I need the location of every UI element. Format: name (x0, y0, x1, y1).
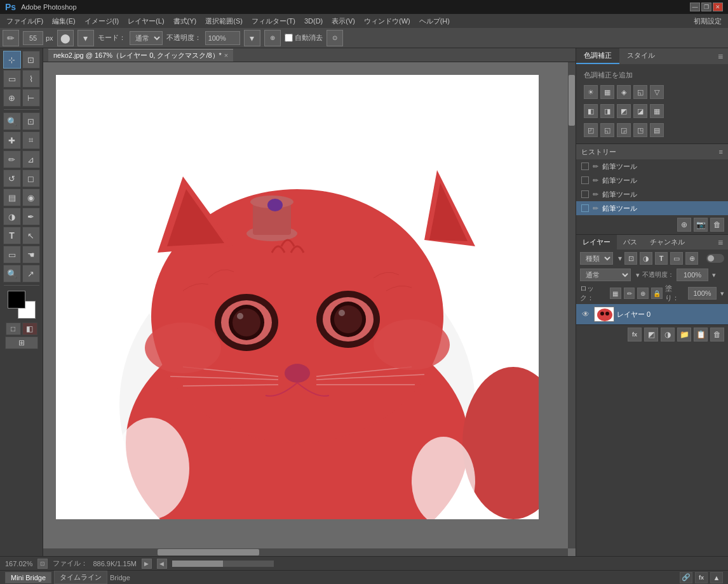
brush-options-icon[interactable]: ▾ (78, 30, 94, 46)
curves-icon[interactable]: ◈ (617, 85, 631, 99)
tab-timeline[interactable]: タイムライン (54, 571, 107, 584)
lock-all-btn[interactable]: 🔒 (651, 288, 663, 299)
blend-mode-select[interactable]: 通常 (580, 269, 631, 281)
menu-help[interactable]: ヘルプ(H) (415, 15, 454, 27)
quick-mask-btn[interactable]: ◧ (22, 322, 37, 335)
color-lookup-icon[interactable]: ◰ (584, 123, 598, 137)
patch-tool[interactable]: ⌗ (22, 131, 40, 149)
shape-tool[interactable]: ▭ (3, 246, 21, 263)
restore-button[interactable]: ❐ (701, 3, 711, 11)
horizontal-scrollbar-thumb[interactable] (158, 549, 259, 555)
menu-window[interactable]: ウィンドウ(W) (360, 15, 414, 27)
crop-tool[interactable]: ⊢ (22, 89, 40, 107)
brush-size-input[interactable] (23, 31, 43, 45)
document-tab-close[interactable]: × (224, 51, 228, 59)
pencil-tool-icon[interactable]: ✏ (3, 30, 19, 46)
play-btn[interactable]: ▶ (142, 559, 152, 569)
hand-tool[interactable]: ☚ (22, 246, 40, 263)
fill-arrow[interactable]: ▾ (720, 289, 724, 298)
new-group-btn[interactable]: 📁 (677, 328, 691, 342)
menu-view[interactable]: 表示(V) (328, 15, 359, 27)
fill-value-input[interactable] (688, 287, 717, 300)
progress-bar[interactable] (172, 561, 274, 567)
history-item-1[interactable]: ✏ 鉛筆ツール (576, 173, 728, 187)
hue-sat-icon[interactable]: ◧ (584, 104, 598, 118)
layer-mask-btn[interactable]: ◩ (644, 328, 658, 342)
opacity-options-icon[interactable]: ▾ (244, 30, 260, 46)
fx-icon-btn[interactable]: fx (695, 572, 708, 583)
blur-tool[interactable]: ◉ (22, 189, 40, 206)
horizontal-scrollbar[interactable] (43, 548, 568, 556)
path-select-tool[interactable]: ↖ (22, 227, 40, 244)
settings-button[interactable]: 初期設定 (690, 15, 725, 27)
healing-brush-tool[interactable]: ✚ (3, 131, 21, 149)
filter-toggle[interactable] (706, 254, 724, 263)
invert-icon[interactable]: ◱ (600, 123, 614, 137)
menu-edit[interactable]: 編集(E) (48, 15, 79, 27)
filter-adjustment-icon[interactable]: ◑ (640, 252, 652, 265)
brightness-icon[interactable]: ☀ (584, 85, 598, 99)
minimize-button[interactable]: — (690, 3, 700, 11)
new-layer-btn[interactable]: 📋 (694, 328, 708, 342)
artboard-tool[interactable]: ⊡ (22, 51, 40, 69)
history-item-3[interactable]: ✏ 鉛筆ツール (576, 201, 728, 215)
menu-file[interactable]: ファイル(F) (3, 15, 47, 27)
color-sample-tool[interactable]: ⊡ (22, 112, 40, 130)
rect-select-tool[interactable]: ▭ (3, 70, 21, 88)
history-menu-icon[interactable]: ≡ (719, 148, 723, 156)
vertical-scrollbar-thumb[interactable] (569, 75, 575, 126)
gradient-tool[interactable]: ▤ (3, 189, 21, 206)
history-checkbox-0[interactable] (581, 163, 589, 170)
color-balance-icon[interactable]: ◨ (600, 104, 614, 118)
delete-state-btn[interactable]: 🗑 (710, 218, 724, 232)
lasso-tool[interactable]: ⌇ (22, 70, 40, 88)
new-snapshot-btn[interactable]: ⊕ (677, 218, 691, 232)
quick-select-tool[interactable]: ⊕ (3, 89, 21, 107)
filter-type-icon[interactable]: T (655, 252, 668, 265)
photo-filter-icon[interactable]: ◪ (633, 104, 647, 118)
chain-icon-btn[interactable]: 🔗 (680, 572, 692, 583)
layers-menu-icon[interactable]: ≡ (715, 237, 725, 248)
screen-mode-btn[interactable]: ⊞ (5, 336, 38, 349)
foreground-color-box[interactable] (8, 291, 25, 309)
pressure-opacity-icon[interactable]: ⊕ (264, 30, 281, 46)
prev-btn[interactable]: ◀ (157, 559, 167, 569)
eyedropper-tool[interactable]: 🔍 (3, 112, 21, 130)
adjustment-layer-btn[interactable]: ◑ (661, 328, 675, 342)
clone-stamp-tool[interactable]: ⊿ (22, 150, 40, 168)
posterize-icon[interactable]: ◲ (617, 123, 631, 137)
close-button[interactable]: ✕ (713, 3, 723, 11)
lock-transparent-btn[interactable]: ▦ (610, 288, 621, 299)
delete-layer-btn[interactable]: 🗑 (710, 328, 724, 342)
threshold-icon[interactable]: ◳ (633, 123, 647, 137)
history-brush-tool[interactable]: ↺ (3, 169, 21, 187)
zoom-tool[interactable]: 🔍 (3, 265, 21, 282)
history-checkbox-2[interactable] (581, 190, 589, 198)
mode-select[interactable]: 通常 (130, 31, 163, 45)
layer-visibility-toggle[interactable]: 👁 (580, 309, 591, 320)
note-tool[interactable]: ↗ (22, 265, 40, 282)
filter-pixel-icon[interactable]: ⊡ (624, 252, 637, 265)
history-panel-header[interactable]: ヒストリー ≡ (576, 144, 728, 159)
auto-erase-checkbox[interactable] (285, 34, 293, 42)
opacity-arrow[interactable]: ▾ (712, 271, 716, 279)
levels-icon[interactable]: ▦ (600, 85, 614, 99)
color-picker[interactable] (8, 291, 36, 319)
vibrance-icon[interactable]: ▽ (650, 85, 664, 99)
filter-smart-icon[interactable]: ⊕ (685, 252, 698, 265)
exposure-icon[interactable]: ◱ (633, 85, 647, 99)
tab-mini-bridge[interactable]: Mini Bridge (5, 572, 51, 583)
menu-layer[interactable]: レイヤー(L) (124, 15, 168, 27)
vertical-scrollbar[interactable] (568, 62, 576, 548)
menu-filter[interactable]: フィルター(T) (248, 15, 299, 27)
eraser-tool[interactable]: ◻ (22, 169, 40, 187)
create-doc-btn[interactable]: 📷 (694, 218, 708, 232)
menu-type[interactable]: 書式(Y) (170, 15, 201, 27)
tab-channels[interactable]: チャンネル (644, 235, 691, 249)
layer-fx-btn[interactable]: fx (628, 328, 642, 342)
filter-shape-icon[interactable]: ▭ (670, 252, 683, 265)
brush-tool[interactable]: ✏ (3, 150, 21, 168)
tab-adjustments[interactable]: 色調補正 (576, 48, 619, 64)
history-checkbox-3[interactable] (581, 204, 589, 212)
history-item-2[interactable]: ✏ 鉛筆ツール (576, 187, 728, 201)
